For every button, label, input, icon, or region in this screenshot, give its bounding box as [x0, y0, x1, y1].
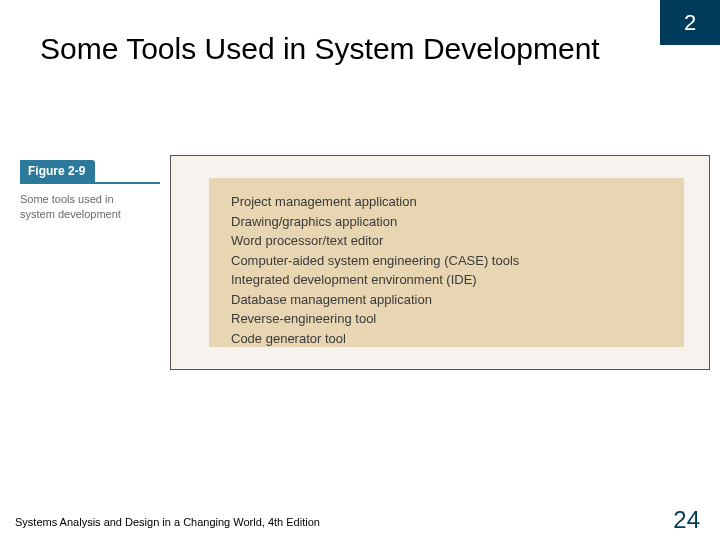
figure-underline — [20, 182, 160, 184]
tool-item: Computer-aided system engineering (CASE)… — [231, 251, 662, 271]
tool-item: Database management application — [231, 290, 662, 310]
figure-panel: Project management application Drawing/g… — [170, 155, 710, 370]
chapter-badge: 2 — [660, 0, 720, 45]
footer-book-title: Systems Analysis and Design in a Changin… — [15, 516, 320, 528]
figure-caption: Some tools used in system development — [20, 192, 150, 223]
tool-item: Code generator tool — [231, 329, 662, 349]
tool-item: Word processor/text editor — [231, 231, 662, 251]
figure-area: Figure 2-9 Some tools used in system dev… — [20, 155, 710, 370]
tool-item: Project management application — [231, 192, 662, 212]
page-number: 24 — [673, 506, 700, 534]
slide-title: Some Tools Used in System Development — [40, 32, 650, 66]
tools-box: Project management application Drawing/g… — [209, 178, 684, 347]
figure-number-badge: Figure 2-9 — [20, 160, 95, 182]
tool-item: Integrated development environment (IDE) — [231, 270, 662, 290]
tool-item: Drawing/graphics application — [231, 212, 662, 232]
tool-item: Reverse-engineering tool — [231, 309, 662, 329]
figure-label-block: Figure 2-9 Some tools used in system dev… — [20, 160, 165, 223]
